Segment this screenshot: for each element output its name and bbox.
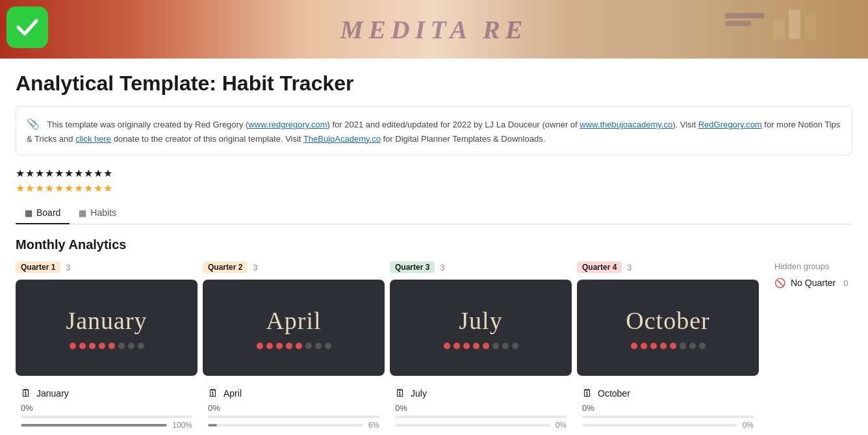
link-bujoacademy-2[interactable]: TheBujoAcademy.co	[303, 134, 381, 144]
dots-april	[257, 343, 331, 349]
link-redgregory[interactable]: www.redgregory.com	[248, 120, 327, 129]
card-october[interactable]: October	[577, 280, 759, 376]
column-q3: Quarter 3 3 July 🗓 J	[390, 261, 572, 435]
info-text-3: ). Visit	[672, 120, 698, 129]
list-item-icon-october: 🗓	[582, 388, 593, 399]
dot	[444, 343, 450, 349]
progress-bar-bg-july-2	[395, 424, 550, 427]
dot	[99, 343, 105, 349]
no-quarter-count: 0	[843, 278, 848, 288]
column-header-q4: Quarter 4 3	[577, 261, 759, 273]
progress-bar-bg-july-1	[395, 415, 567, 418]
card-january[interactable]: January	[16, 280, 198, 376]
dot	[118, 343, 125, 349]
list-item-january[interactable]: 🗓 January 0% 100%	[16, 381, 198, 435]
app-logo	[6, 7, 48, 48]
dots-october	[631, 343, 706, 349]
list-item-percent-july: 0%	[395, 403, 567, 413]
list-item-october[interactable]: 🗓 October 0% 0%	[577, 381, 759, 435]
dots-january	[70, 343, 144, 349]
info-text-2: ) for 2021 and edited/updated for 2022 b…	[327, 120, 580, 129]
dot	[266, 343, 273, 349]
list-item-name-october: October	[598, 388, 630, 399]
list-item-name-april: April	[223, 388, 242, 399]
card-july[interactable]: July	[390, 280, 572, 376]
banner-text: MEDITA RE	[340, 14, 528, 45]
progress-bar-bg-october-1	[582, 415, 754, 418]
list-item-name-january: January	[36, 388, 69, 399]
progress-label-april-2: 6%	[368, 421, 379, 430]
stars-black: ★★★★★★★★★★	[16, 168, 113, 179]
progress-bar-fill-january-2	[21, 424, 167, 427]
month-name-january: January	[66, 306, 147, 335]
list-item-april[interactable]: 🗓 April 0% 6%	[203, 381, 385, 435]
progress-bar-bg-october-2	[582, 424, 737, 427]
dot	[108, 343, 115, 349]
dot	[89, 343, 96, 349]
card-april[interactable]: April	[203, 280, 385, 376]
stars-gold-row: ★★★★★★★★★★	[16, 182, 852, 194]
tab-habits[interactable]: ▦ Habits	[70, 202, 125, 224]
dot	[138, 343, 144, 349]
link-bujoacademy[interactable]: www.thebujoacademy.co	[580, 120, 672, 129]
dot	[699, 343, 706, 349]
info-text-5: donate to the creator of this original t…	[111, 134, 303, 144]
dot	[70, 343, 76, 349]
link-redgregory-2[interactable]: RedGregory.com	[698, 120, 762, 129]
info-box: 📎 This template was originally created b…	[16, 106, 852, 155]
list-item-icon-april: 🗓	[208, 388, 218, 399]
dot	[680, 343, 686, 349]
progress-bar-fill-april-2	[208, 424, 217, 427]
header-banner: MEDITA RE	[0, 0, 868, 59]
dot	[502, 343, 509, 349]
dot	[286, 343, 292, 349]
column-q1: Quarter 1 3 January 🗓	[16, 261, 198, 435]
month-name-october: October	[626, 306, 709, 335]
dot	[631, 343, 637, 349]
page-title: Analytical Template: Habit Tracker	[16, 72, 852, 96]
month-name-july: July	[459, 306, 502, 335]
dot	[257, 343, 263, 349]
hidden-groups: Hidden groups 🚫 No Quarter 0	[774, 261, 868, 288]
dot	[473, 343, 479, 349]
dot	[483, 343, 489, 349]
section-title: Monthly Analytics	[16, 237, 852, 252]
list-item-icon-january: 🗓	[21, 388, 31, 399]
hidden-group-no-quarter[interactable]: 🚫 No Quarter 0	[774, 278, 868, 288]
count-q3: 3	[440, 263, 444, 272]
badge-q1: Quarter 1	[16, 261, 60, 273]
dot	[453, 343, 460, 349]
page-content: Analytical Template: Habit Tracker 📎 Thi…	[0, 59, 868, 435]
link-click-here[interactable]: click here	[75, 134, 111, 144]
board-columns: Quarter 1 3 January 🗓	[16, 261, 852, 435]
dot	[79, 343, 86, 349]
count-q1: 3	[66, 263, 70, 272]
dot	[512, 343, 518, 349]
month-name-april: April	[266, 306, 321, 335]
info-text-6: for Digital Planner Templates & Download…	[381, 134, 545, 144]
list-item-percent-january: 0%	[21, 403, 192, 413]
tab-board[interactable]: ▦ Board	[16, 202, 70, 224]
dot	[670, 343, 676, 349]
list-item-percent-april: 0%	[208, 403, 379, 413]
dot	[315, 343, 322, 349]
no-quarter-icon: 🚫	[774, 278, 785, 288]
column-q4: Quarter 4 3 October 🗓	[577, 261, 759, 435]
no-quarter-label: No Quarter	[791, 278, 836, 288]
badge-q4: Quarter 4	[577, 261, 622, 273]
count-q2: 3	[253, 263, 257, 272]
badge-q2: Quarter 2	[203, 261, 248, 273]
dot	[296, 343, 302, 349]
progress-bar-bg-january-2	[21, 424, 167, 427]
column-q2: Quarter 2 3 April 🗓	[203, 261, 385, 435]
info-text-1: This template was originally created by …	[47, 120, 248, 129]
list-item-percent-october: 0%	[582, 403, 754, 413]
dot	[305, 343, 312, 349]
column-header-q3: Quarter 3 3	[390, 261, 572, 273]
progress-label-january-2: 100%	[172, 421, 192, 430]
dot	[128, 343, 134, 349]
list-item-july[interactable]: 🗓 July 0% 0%	[390, 381, 572, 435]
dot	[492, 343, 499, 349]
stars-gold: ★★★★★★★★★★	[16, 183, 113, 194]
column-header-q2: Quarter 2 3	[203, 261, 385, 273]
